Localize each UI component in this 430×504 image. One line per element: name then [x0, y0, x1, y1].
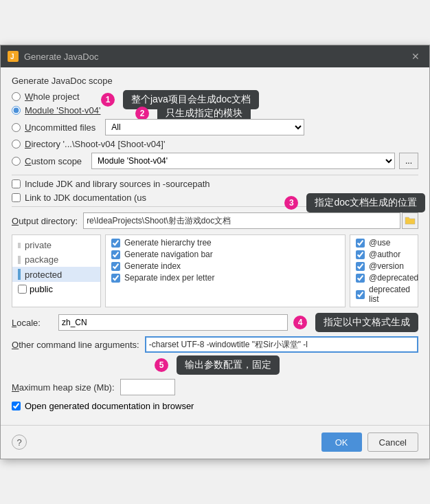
access-package-label: package — [25, 254, 58, 265]
scope-directory-radio[interactable] — [12, 140, 21, 149]
callout-3: 指定doc文档生成的位置 — [306, 193, 425, 212]
option-index-checkbox[interactable] — [111, 262, 120, 271]
link-jdk-label[interactable]: Link to JDK documentation (us — [25, 193, 146, 203]
open-browser-checkbox[interactable] — [12, 402, 21, 410]
scope-module-row: Module 'Shoot-v04' 2 只生成指定的模块 — [12, 105, 418, 116]
access-public-row: public — [12, 282, 100, 296]
scope-uncommitted-radio[interactable] — [12, 123, 21, 132]
option-separate-checkbox[interactable] — [111, 274, 120, 283]
scope-module-label[interactable]: Module 'Shoot-v04' — [25, 105, 100, 116]
option-navbar-label[interactable]: Generate navigation bar — [124, 250, 213, 259]
options-panel: Generate hierarchy tree Generate navigat… — [105, 234, 346, 307]
dialog-footer: ? OK Cancel — [1, 425, 429, 459]
ok-button[interactable]: OK — [321, 432, 362, 452]
tag-deprecated-list-checkbox[interactable] — [356, 290, 365, 299]
scope-whole-label[interactable]: Whole project — [25, 91, 80, 102]
tag-author-checkbox[interactable] — [356, 250, 365, 259]
callout-5: 输出参数配置，固定 — [177, 355, 280, 375]
tag-version-row: @version — [356, 261, 412, 271]
tag-author-row: @author — [356, 250, 412, 259]
divider-1 — [12, 175, 418, 175]
access-level-panel: private package protected public — [12, 234, 101, 307]
scope-whole-radio[interactable] — [12, 92, 21, 101]
tag-deprecated-list-label[interactable]: deprecated list — [369, 285, 412, 304]
access-protected-label: protected — [25, 270, 62, 280]
scope-custom-radio[interactable] — [12, 157, 21, 166]
access-public-label[interactable]: public — [30, 284, 53, 294]
title-bar-left: J Generate JavaDoc — [8, 51, 98, 62]
panels-row: private package protected public — [12, 234, 418, 307]
tag-use-label[interactable]: @use — [369, 238, 391, 248]
output-dir-field[interactable]: re\IdeaProjects\Shoot\射击游戏doc文档 — [83, 212, 400, 229]
output-dir-label: Output directory: — [12, 216, 78, 226]
option-navbar-checkbox[interactable] — [111, 250, 120, 259]
tag-use-checkbox[interactable] — [356, 239, 365, 248]
output-dir-folder-button[interactable] — [402, 212, 418, 229]
footer-right: OK Cancel — [321, 432, 418, 452]
scope-custom-label[interactable]: Custom scope — [25, 156, 82, 166]
output-dir-section: Output directory: re\IdeaProjects\Shoot\… — [12, 212, 418, 229]
scope-section-label: Generate JavaDoc scope — [12, 76, 418, 86]
svg-text:J: J — [10, 53, 14, 61]
access-private[interactable]: private — [12, 238, 100, 252]
scope-radio-group: Whole project 1 整个java项目会生成doc文档 Module … — [12, 91, 418, 169]
scope-directory-row: Directory '...\Shoot-v04 [Shoot-v04]' — [12, 139, 418, 149]
locale-label: Locale: — [12, 318, 53, 328]
open-browser-label[interactable]: Open generated documentation in browser — [25, 401, 194, 411]
include-jdk-row: Include JDK and library sources in -sour… — [12, 179, 418, 189]
custom-scope-dropdown[interactable]: Module 'Shoot-v04' — [91, 153, 395, 169]
include-jdk-label[interactable]: Include JDK and library sources in -sour… — [25, 179, 210, 189]
option-navbar-row: Generate navigation bar — [111, 250, 339, 259]
access-public-checkbox[interactable] — [18, 285, 27, 294]
open-browser-row: Open generated documentation in browser — [12, 401, 418, 411]
access-protected[interactable]: protected — [12, 267, 100, 282]
tag-version-label[interactable]: @version — [369, 261, 404, 271]
callout-4: 指定以中文格式生成 — [315, 313, 418, 332]
dialog-icon: J — [8, 51, 19, 62]
include-jdk-checkbox[interactable] — [12, 179, 21, 188]
dialog-content: Generate JavaDoc scope Whole project 1 整… — [1, 67, 429, 425]
close-button[interactable]: ✕ — [409, 50, 422, 63]
uncommitted-dropdown[interactable]: All — [105, 119, 304, 135]
tag-version-checkbox[interactable] — [356, 262, 365, 271]
cancel-button[interactable]: Cancel — [367, 432, 418, 452]
option-separate-label[interactable]: Separate index per letter — [124, 273, 214, 283]
scope-uncommitted-row: Uncommitted files All — [12, 119, 418, 135]
tag-deprecated-checkbox[interactable] — [356, 274, 365, 283]
option-index-label[interactable]: Generate index — [124, 261, 181, 271]
other-args-section: Other command line arguments: — [12, 336, 418, 353]
locale-input[interactable] — [58, 314, 288, 331]
option-hierarchy-checkbox[interactable] — [111, 239, 120, 248]
tag-deprecated-row: @deprecated — [356, 273, 412, 283]
badge-4: 4 — [293, 316, 307, 329]
access-package[interactable]: package — [12, 252, 100, 267]
scope-module-radio[interactable] — [12, 106, 21, 115]
option-separate-row: Separate index per letter — [111, 273, 339, 283]
tag-deprecated-label[interactable]: @deprecated — [369, 273, 418, 283]
heap-label: Maximum heap size (Mb): — [12, 382, 115, 393]
package-bar — [18, 256, 21, 264]
other-args-input[interactable] — [145, 336, 418, 353]
badge-5: 5 — [155, 358, 168, 372]
badge-3: 3 — [284, 196, 298, 210]
tag-deprecated-list-row: deprecated list — [356, 285, 412, 304]
heap-input[interactable] — [120, 379, 175, 395]
protected-bar — [18, 269, 21, 280]
option-index-row: Generate index — [111, 261, 339, 271]
scope-custom-row: Custom scope Module 'Shoot-v04' ... — [12, 153, 418, 169]
title-bar: J Generate JavaDoc ✕ — [1, 45, 429, 67]
scope-directory-label[interactable]: Directory '...\Shoot-v04 [Shoot-v04]' — [25, 139, 165, 149]
tag-author-label[interactable]: @author — [369, 250, 400, 259]
badge-1: 1 — [101, 93, 115, 107]
help-button[interactable]: ? — [12, 435, 27, 450]
scope-uncommitted-label[interactable]: Uncommitted files — [25, 122, 95, 133]
custom-scope-ellipsis-button[interactable]: ... — [399, 153, 418, 169]
dialog-title: Generate JavaDoc — [24, 52, 98, 62]
scope-whole-project-row: Whole project 1 整个java项目会生成doc文档 — [12, 91, 418, 102]
private-bar — [18, 243, 21, 248]
link-jdk-checkbox[interactable] — [12, 193, 21, 202]
other-args-label: Other command line arguments: — [12, 340, 139, 350]
tag-use-row: @use — [356, 238, 412, 248]
option-hierarchy-label[interactable]: Generate hierarchy tree — [124, 238, 212, 248]
option-hierarchy-row: Generate hierarchy tree — [111, 238, 339, 248]
